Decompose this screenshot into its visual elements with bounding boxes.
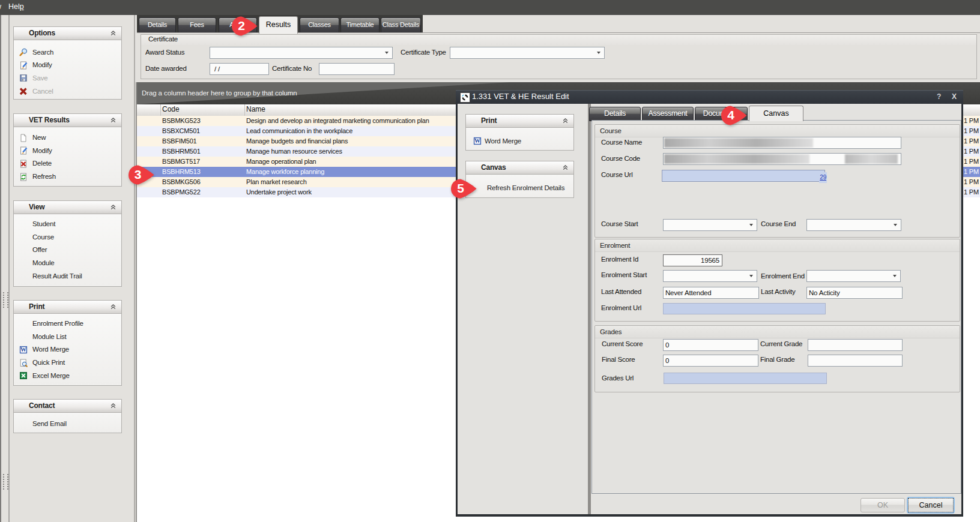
svg-text:W: W — [20, 346, 26, 353]
svg-text:W: W — [474, 137, 480, 144]
